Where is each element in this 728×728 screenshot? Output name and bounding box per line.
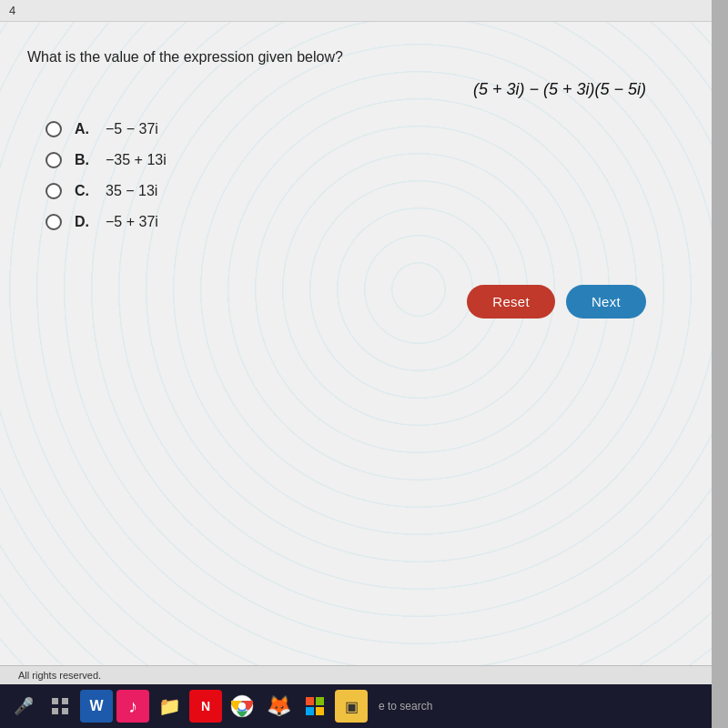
taskbar: 🎤 W ♪ 📁 N	[0, 684, 728, 728]
option-item-a[interactable]: A. −5 − 37i	[46, 121, 701, 137]
svg-rect-10	[316, 707, 324, 715]
all-rights-text: All rights reserved.	[9, 666, 110, 684]
word-icon[interactable]: W	[80, 690, 113, 723]
svg-rect-7	[306, 697, 314, 705]
svg-rect-0	[52, 698, 58, 704]
folder-icon[interactable]: 📁	[153, 690, 186, 723]
music-icon[interactable]: ♪	[116, 690, 149, 723]
svg-point-6	[238, 703, 246, 710]
radio-a[interactable]	[46, 121, 62, 137]
option-item-d[interactable]: D. −5 + 37i	[46, 214, 701, 230]
yellow-app-icon[interactable]: ▣	[335, 690, 368, 723]
svg-rect-2	[52, 708, 58, 714]
screen: 4 What is the value of the expression gi…	[0, 0, 728, 728]
firefox-icon[interactable]: 🦊	[262, 690, 295, 723]
svg-rect-1	[62, 698, 68, 704]
main-content: What is the value of the expression give…	[0, 22, 728, 665]
options-list: A. −5 − 37i B. −35 + 13i C. 35 − 13i D.	[46, 121, 701, 230]
option-item-c[interactable]: C. 35 − 13i	[46, 183, 701, 199]
tab-bar: 4	[0, 0, 728, 22]
question-text: What is the value of the expression give…	[27, 49, 701, 66]
option-label-a: A.	[75, 121, 93, 137]
reset-button[interactable]: Reset	[467, 285, 555, 318]
option-value-a: −5 − 37i	[106, 121, 158, 137]
option-label-d: D.	[75, 214, 93, 230]
expression: (5 + 3i) − (5 + 3i)(5 − 5i)	[27, 80, 701, 99]
svg-rect-3	[62, 708, 68, 714]
option-label-c: C.	[75, 183, 93, 199]
windows-store-icon[interactable]	[298, 690, 331, 723]
option-value-d: −5 + 37i	[106, 214, 158, 230]
svg-rect-9	[306, 707, 314, 715]
bottom-bar: All rights reserved.	[0, 665, 728, 684]
svg-rect-8	[316, 697, 324, 705]
mic-icon[interactable]: 🎤	[7, 690, 40, 723]
radio-d[interactable]	[46, 214, 62, 230]
option-value-b: −35 + 13i	[106, 152, 167, 168]
option-value-c: 35 − 13i	[106, 183, 157, 199]
netflix-icon[interactable]: N	[189, 690, 222, 723]
option-item-b[interactable]: B. −35 + 13i	[46, 152, 701, 168]
buttons-row: Reset Next	[27, 267, 701, 337]
next-button[interactable]: Next	[566, 285, 646, 318]
radio-c[interactable]	[46, 183, 62, 199]
task-view-icon[interactable]	[44, 690, 76, 723]
chrome-icon[interactable]	[226, 690, 258, 723]
question-container: What is the value of the expression give…	[0, 22, 728, 355]
radio-b[interactable]	[46, 152, 62, 168]
taskbar-search-text[interactable]: e to search	[379, 700, 432, 713]
tab-number: 4	[9, 4, 15, 17]
option-label-b: B.	[75, 152, 93, 168]
